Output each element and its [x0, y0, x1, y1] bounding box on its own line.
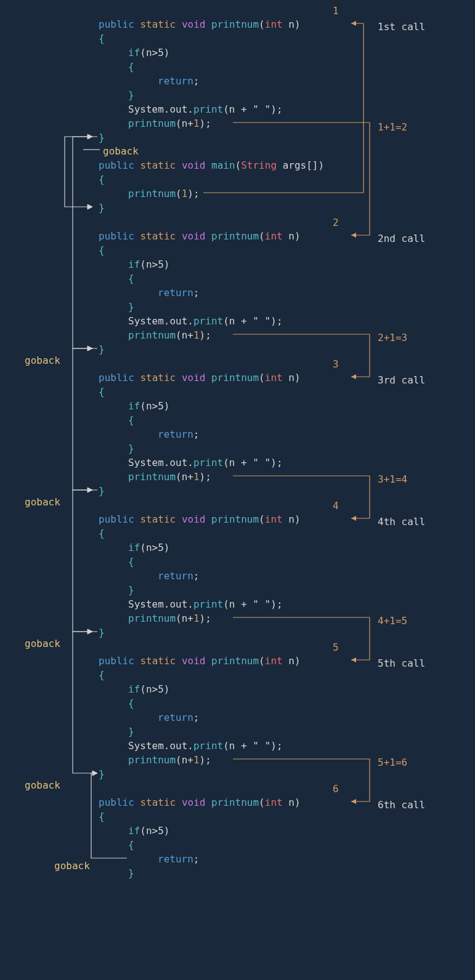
recursion-diagram: { "method_sig": { "public": "public", "s… [0, 0, 475, 980]
brace: } [99, 767, 105, 781]
recurse-3: printnum(n+1); [128, 470, 211, 484]
goback-4: goback [25, 637, 60, 651]
arrow-overlay [0, 0, 475, 980]
print-4: System.out.print(n + " "); [128, 597, 283, 611]
svg-marker-6 [87, 204, 92, 209]
recurse-1: printnum(n+1); [128, 116, 211, 131]
brace: } [128, 441, 134, 456]
call-num-6: 6 [333, 782, 339, 796]
return-6: return; [158, 852, 199, 866]
sig-2: public static void printnum(int n) [99, 229, 301, 243]
brace: } [128, 583, 134, 597]
brace: } [128, 725, 134, 739]
return-4: return; [158, 569, 199, 583]
eq-2: 2+1=3 [378, 331, 407, 345]
brace: } [99, 342, 105, 356]
print-2: System.out.print(n + " "); [128, 314, 283, 328]
brace: } [99, 201, 105, 215]
svg-marker-12 [92, 771, 97, 776]
svg-marker-10 [87, 488, 92, 492]
brace: } [128, 300, 134, 314]
call-label-4: 4th call [378, 515, 425, 529]
brace: } [99, 131, 105, 145]
brace: { [99, 243, 105, 257]
sig-4: public static void printnum(int n) [99, 512, 301, 526]
call-num-3: 3 [333, 357, 339, 371]
brace: { [99, 526, 105, 540]
goback-3: goback [25, 495, 60, 509]
brace: } [99, 625, 105, 640]
call-label-2: 2nd call [378, 231, 425, 246]
eq-5: 5+1=6 [378, 755, 407, 769]
call-num-4: 4 [333, 499, 339, 513]
goback-5: goback [25, 778, 60, 792]
return-3: return; [158, 427, 199, 441]
return-2: return; [158, 286, 199, 300]
eq-1: 1+1=2 [378, 120, 407, 134]
print-1: System.out.print(n + " "); [128, 102, 283, 116]
brace: { [99, 385, 105, 399]
return-5: return; [158, 710, 199, 725]
svg-marker-9 [87, 346, 92, 351]
eq-4: 4+1=5 [378, 614, 407, 628]
svg-marker-4 [351, 657, 356, 662]
svg-marker-8 [87, 134, 92, 139]
brace: { [99, 31, 105, 46]
goback-main: goback [103, 144, 139, 158]
sig-6: public static void printnum(int n) [99, 795, 301, 809]
goback-6: goback [54, 859, 90, 873]
sig-3: public static void printnum(int n) [99, 371, 301, 385]
brace: { [128, 696, 134, 710]
eq-3: 3+1=4 [378, 472, 407, 486]
call-label-1: 1st call [378, 20, 425, 34]
sig-1: public static void printnum(int n) [99, 17, 301, 31]
svg-marker-11 [87, 629, 92, 634]
brace: { [128, 271, 134, 286]
brace: { [128, 413, 134, 427]
svg-marker-5 [351, 799, 356, 804]
print-3: System.out.print(n + " "); [128, 456, 283, 470]
call-label-5: 5th call [378, 656, 425, 670]
sig-5: public static void printnum(int n) [99, 654, 301, 668]
brace: { [128, 60, 134, 74]
recurse-5: printnum(n+1); [128, 753, 211, 767]
if-1: if(n>5) [128, 46, 169, 60]
svg-marker-0 [351, 21, 356, 26]
brace: { [99, 668, 105, 682]
main-call: printnum(1); [128, 187, 200, 201]
brace: } [99, 484, 105, 498]
if-2: if(n>5) [128, 257, 169, 271]
if-5: if(n>5) [128, 682, 169, 696]
brace: { [99, 809, 105, 824]
goback-2: goback [25, 353, 60, 367]
recurse-2: printnum(n+1); [128, 328, 211, 342]
svg-marker-3 [351, 516, 356, 521]
svg-marker-1 [351, 233, 356, 238]
if-6: if(n>5) [128, 824, 169, 838]
brace: { [128, 555, 134, 569]
brace: } [128, 88, 134, 102]
if-4: if(n>5) [128, 540, 169, 555]
call-label-6: 6th call [378, 798, 425, 812]
print-5: System.out.print(n + " "); [128, 739, 283, 753]
call-num-5: 5 [333, 640, 339, 654]
main-sig: public static void main(String args[]) [99, 158, 324, 172]
brace: { [99, 172, 105, 187]
svg-marker-2 [351, 374, 356, 379]
brace: } [128, 866, 134, 880]
recurse-4: printnum(n+1); [128, 611, 211, 625]
if-3: if(n>5) [128, 399, 169, 413]
call-num-1: 1 [333, 4, 339, 18]
call-num-2: 2 [333, 215, 339, 230]
return-1: return; [158, 74, 199, 88]
call-label-3: 3rd call [378, 373, 425, 387]
brace: { [128, 838, 134, 852]
